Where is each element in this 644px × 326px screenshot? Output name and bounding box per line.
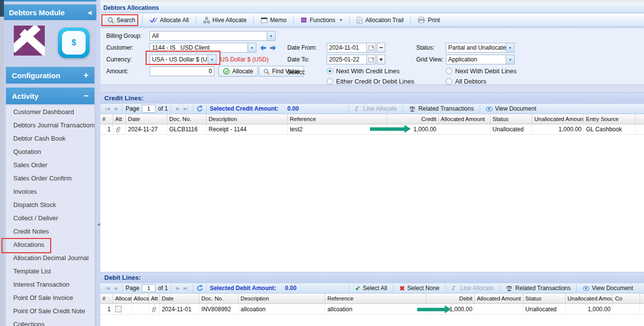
refresh-icon[interactable] [196, 105, 203, 112]
column-header-status[interactable]: Status [523, 294, 566, 303]
currency-select[interactable]: USA - US Dollar $ (USD ▼ [150, 55, 216, 64]
sidebar-item-allocation-decimal-journal[interactable]: Allocation Decimal Journal [6, 251, 94, 265]
radio-either-credit-or-debit-lines[interactable]: Either Credit Or Debit Lines [327, 78, 414, 85]
column-header-allocated-amount[interactable]: Allocated Amount [439, 114, 491, 124]
debit-page-input[interactable] [142, 284, 155, 292]
column-header-doc-no[interactable]: Doc. No. [199, 294, 239, 303]
chevron-down-icon[interactable]: ▼ [506, 55, 514, 64]
column-header-reference[interactable]: Reference [288, 114, 387, 124]
sidebar-item-sales-order-confirm[interactable]: Sales Order Confirm [6, 172, 94, 185]
credit-related-transactions-button[interactable]: Related Transactions [406, 105, 477, 112]
sidebar-item-quotation[interactable]: Quotation [6, 145, 94, 158]
first-page-icon[interactable]: |◀ [103, 106, 112, 111]
functions-button[interactable]: Functions ▼ [296, 15, 347, 26]
last-page-icon[interactable]: ▶| [182, 286, 190, 291]
column-header-reference[interactable]: Reference [325, 294, 426, 303]
cell-allocate[interactable] [113, 304, 132, 314]
sidebar-item-credit-notes[interactable]: Credit Notes [6, 225, 94, 238]
allocate-checkbox[interactable] [115, 306, 122, 312]
sidebar-item-collections[interactable]: Collections [6, 318, 94, 326]
sidebar-item-sales-order[interactable]: Sales Order [6, 158, 94, 172]
credit-view-document-button[interactable]: View Document [483, 105, 539, 112]
sidebar-item-debtors-journal-transactions[interactable]: Debtors Journal Transactions [6, 119, 94, 132]
date-from-field[interactable]: 2024-11-01 [327, 43, 376, 53]
customer-next-arrow-icon[interactable] [268, 43, 277, 53]
select-all-button[interactable]: ✔ Select All [352, 285, 390, 292]
amount-input[interactable] [150, 68, 214, 75]
last-page-icon[interactable]: ▶| [182, 106, 190, 111]
allocation-trail-button[interactable]: Allocation Trail [352, 15, 408, 26]
column-header-doc-no[interactable]: Doc. No. [167, 114, 207, 124]
next-page-icon[interactable]: ▶ [174, 106, 182, 111]
date-to-field[interactable]: 2025-01-22 [327, 55, 376, 64]
column-header-att[interactable]: Att [113, 114, 126, 124]
customer-select[interactable]: 1144 - IS_ USD Client ▼ [150, 43, 256, 53]
chevron-down-icon[interactable]: ▼ [506, 43, 514, 52]
debit-line-allocate-button[interactable]: Line Allocate [449, 285, 496, 292]
next-page-icon[interactable]: ▶ [174, 286, 182, 291]
sidebar-module-header[interactable]: Debtors Module ◀ [4, 4, 96, 20]
splitter-collapse-icon[interactable]: ◀ [97, 222, 100, 227]
accordion-activity[interactable]: Activity − [6, 88, 94, 104]
calendar-icon[interactable] [367, 43, 375, 52]
sidebar-item-point-of-sale-credit-note[interactable]: Point Of Sale Credit Note [6, 304, 94, 318]
column-header-date[interactable]: Date [126, 114, 167, 124]
allocate-button[interactable]: Allocate [218, 66, 258, 77]
column-header-date[interactable]: Date [160, 294, 200, 303]
credit-line-allocate-button[interactable]: Line Allocate [352, 105, 399, 112]
column-header-num[interactable]: # [100, 114, 113, 124]
radio-all-debtors[interactable]: All Debtors [446, 78, 487, 85]
column-header-status[interactable]: Status [491, 114, 532, 124]
first-page-icon[interactable]: |◀ [103, 286, 112, 291]
customer-prev-arrow-icon[interactable] [258, 43, 268, 53]
billing-group-select[interactable]: All ▼ [150, 31, 276, 41]
sidebar-item-interest-transaction[interactable]: Interest Transaction [6, 278, 94, 291]
credit-page-input[interactable] [142, 105, 155, 113]
sidebar-item-allocations[interactable]: Allocations [6, 238, 94, 251]
memo-button[interactable]: Memo [256, 15, 291, 26]
debit-view-document-button[interactable]: View Document [580, 285, 636, 292]
sidebar-item-dispatch-stock[interactable]: Dispatch Stock [6, 198, 94, 211]
select-none-button[interactable]: ✖ Select None [397, 285, 442, 292]
allocate-all-button[interactable]: Allocate All [145, 15, 194, 26]
sidebar-item-collect-deliver[interactable]: Collect / Deliver [6, 211, 94, 225]
status-select[interactable]: Partial and Unallocated ▼ [446, 43, 515, 53]
radio-next-with-debit-lines[interactable]: Next With Debit Lines [446, 67, 517, 75]
print-button[interactable]: Print [413, 15, 445, 26]
date-to-plus-button[interactable]: + [377, 55, 385, 64]
amount-field[interactable] [150, 66, 215, 76]
chevron-down-icon[interactable]: ▼ [247, 43, 256, 52]
sidebar-splitter[interactable]: ◀ [96, 0, 100, 326]
column-header-allocate[interactable]: Allocate [113, 294, 132, 303]
credit-table-row[interactable]: 12024-11-27GLCB1116Receipt - 1144test21,… [100, 124, 644, 135]
accordion-configuration[interactable]: Configuration + [6, 67, 94, 84]
column-header-num[interactable]: # [100, 294, 113, 303]
calendar-icon[interactable] [367, 55, 375, 64]
column-header-description[interactable]: Description [239, 294, 325, 303]
column-header-entry-source[interactable]: Entry Source [584, 114, 636, 124]
radio-next-with-credit-lines[interactable]: Next With Credit Lines [327, 67, 399, 75]
column-header-debit[interactable]: Debit [426, 294, 475, 303]
plus-icon[interactable]: + [83, 70, 89, 81]
sidebar-item-debtor-cash-book[interactable]: Debtor Cash Book [6, 132, 94, 145]
column-header-att[interactable]: Att [149, 294, 160, 303]
search-button[interactable]: Search [102, 15, 140, 26]
sidebar-item-point-of-sale-invoice[interactable]: Point Of Sale Invoice [6, 291, 94, 304]
minus-icon[interactable]: − [83, 91, 89, 101]
column-header-allocat[interactable]: Allocat [132, 294, 149, 303]
debit-related-transactions-button[interactable]: Related Transactions [503, 285, 574, 292]
chevron-down-icon[interactable]: ▼ [267, 31, 275, 40]
prev-page-icon[interactable]: ◀ [112, 286, 119, 291]
grid-view-select[interactable]: Application ▼ [446, 55, 515, 64]
column-header-unallocated-amount[interactable]: Unallocated Amount [566, 294, 613, 303]
hive-allocate-button[interactable]: Hive Allocate [198, 15, 251, 26]
sidebar-item-template-list[interactable]: Template List [6, 265, 94, 278]
prev-page-icon[interactable]: ◀ [112, 106, 119, 111]
date-from-minus-button[interactable]: − [377, 43, 385, 53]
sidebar-item-customer-dashboard[interactable]: Customer Dashboard [6, 105, 94, 119]
refresh-icon[interactable] [196, 285, 203, 292]
sidebar-item-invoices[interactable]: Invoices [6, 185, 94, 198]
sidebar-collapse-icon[interactable]: ◀ [88, 10, 92, 15]
column-header-description[interactable]: Description [207, 114, 288, 124]
column-header-co[interactable]: Co [613, 294, 640, 303]
